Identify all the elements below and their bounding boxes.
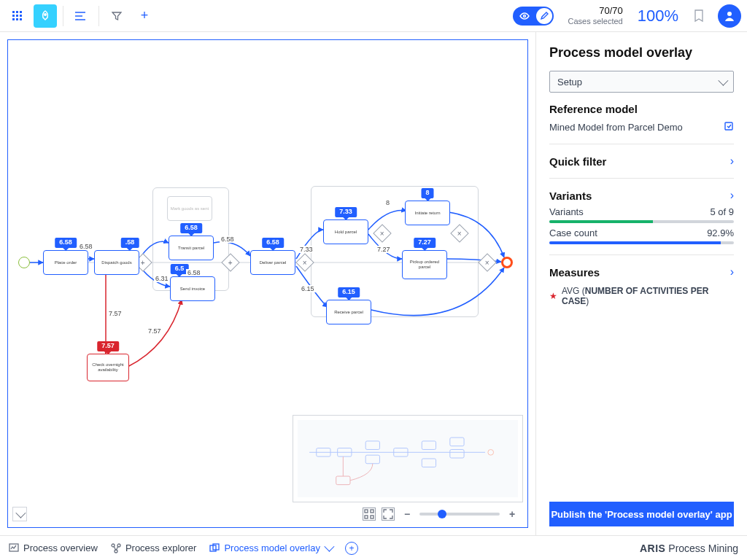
svg-rect-20 (422, 441, 436, 450)
node-deliver[interactable]: 6.58 Deliver parcel (250, 250, 295, 275)
menu-icon[interactable] (69, 4, 93, 28)
svg-rect-23 (450, 449, 464, 458)
svg-rect-29 (371, 516, 374, 518)
svg-rect-8 (20, 18, 22, 20)
zoom-slider[interactable] (419, 513, 500, 516)
svg-rect-0 (12, 11, 15, 13)
minimap[interactable] (293, 415, 523, 502)
cases-label: Cases selected (568, 17, 623, 26)
svg-rect-21 (422, 459, 436, 467)
chevron-right-icon: › (730, 265, 734, 279)
node-badge: 6.58 (55, 238, 77, 248)
cases-count: 70/70 (568, 6, 623, 16)
tab-process-explorer[interactable]: Process explorer (111, 542, 197, 553)
fit-to-screen-icon[interactable] (363, 508, 376, 521)
node-label: Send invoice (180, 287, 205, 292)
star-icon: ★ (549, 291, 557, 301)
filter-icon[interactable] (105, 4, 128, 28)
svg-point-24 (488, 449, 494, 455)
cases-selected: 70/70 Cases selected (568, 6, 623, 25)
fullscreen-icon[interactable] (382, 508, 395, 521)
measure-text: AVG (NUMBER OF ACTIVITIES PER CASE) (562, 286, 734, 306)
setup-dropdown[interactable]: Setup (549, 71, 734, 93)
zoom-controls: − + (12, 505, 523, 523)
rocket-icon[interactable] (34, 4, 57, 28)
gateway[interactable]: × (478, 253, 496, 271)
process-canvas[interactable]: + + × × × × 6.58 Place order .58 Dispatc… (7, 39, 528, 528)
svg-rect-27 (371, 510, 374, 513)
overlay-icon (209, 543, 220, 553)
svg-rect-25 (336, 476, 350, 485)
variants-row[interactable]: Variants › (549, 189, 734, 202)
node-badge: 6.15 (338, 287, 360, 298)
variants-bar (549, 220, 734, 223)
pencil-icon (536, 8, 552, 24)
explorer-icon (111, 543, 121, 553)
casecount-value: 92.9% (707, 228, 734, 238)
setup-label: Setup (557, 77, 582, 88)
node-label: Check overnight availability (89, 362, 127, 372)
view-edit-toggle[interactable] (513, 7, 554, 26)
variants-label: Variants (549, 206, 584, 217)
edge-label: 6.15 (300, 285, 316, 292)
svg-rect-5 (20, 15, 22, 17)
node-badge: 7.27 (414, 238, 436, 248)
svg-rect-6 (12, 18, 15, 20)
edge-label: 7.33 (298, 246, 314, 253)
quickfilter-title: Quick filter (549, 155, 606, 168)
quick-filter-row[interactable]: Quick filter › (549, 155, 734, 168)
node-receive[interactable]: 6.15 Receive parcel (326, 300, 371, 324)
tab-process-overlay[interactable]: Process model overlay (209, 542, 332, 553)
collapse-icon[interactable] (12, 507, 27, 521)
apps-icon[interactable] (6, 4, 29, 28)
node-send-invoice[interactable]: 6.5 Send invoice (170, 276, 215, 301)
node-transit[interactable]: 6.58 Transit parcel (169, 236, 214, 260)
publish-button[interactable]: Publish the 'Process model overlay' app (549, 502, 734, 526)
eye-icon (517, 9, 532, 23)
bookmark-icon[interactable] (689, 9, 709, 23)
tab-label: Process overview (23, 542, 98, 553)
chevron-down-icon[interactable] (325, 542, 332, 553)
node-label: Hold parcel (335, 230, 357, 235)
svg-rect-3 (12, 15, 15, 17)
cases-percent: 100% (638, 7, 678, 26)
svg-point-13 (523, 15, 525, 17)
node-badge: 8 (421, 188, 433, 198)
node-badge: 6.58 (180, 223, 202, 233)
variants-title: Variants (549, 190, 592, 202)
node-pickup[interactable]: 7.27 Pickup ordered parcel (402, 250, 447, 279)
end-event[interactable] (501, 257, 513, 268)
edge-label: 7.57 (107, 310, 123, 317)
node-initiate[interactable]: 8 Initiate return (405, 201, 450, 225)
panel-title: Process model overlay (549, 45, 734, 61)
node-label: Mark goods as sent (171, 206, 209, 211)
svg-rect-4 (16, 15, 18, 17)
edge-label: 6.31 (154, 275, 170, 282)
add-icon[interactable]: + (133, 4, 156, 28)
add-tab-button[interactable]: + (345, 542, 358, 555)
canvas-area: + + × × × × 6.58 Place order .58 Dispatc… (0, 32, 535, 535)
node-place-order[interactable]: 6.58 Place order (43, 250, 88, 275)
svg-point-9 (44, 13, 46, 15)
node-check-overnight[interactable]: 7.57 Check overnight availability (87, 354, 129, 381)
edge-label: 6.58 (186, 269, 202, 276)
measures-title: Measures (549, 266, 600, 279)
open-reference-icon[interactable] (724, 121, 734, 133)
side-panel: Process model overlay Setup Reference mo… (535, 32, 747, 535)
edge-label: 6.58 (220, 236, 236, 243)
node-mark-goods[interactable]: Mark goods as sent (167, 196, 212, 221)
user-avatar[interactable] (718, 4, 741, 28)
zoom-out-button[interactable]: − (400, 508, 414, 521)
tab-process-overview[interactable]: Process overview (9, 542, 98, 553)
measures-row[interactable]: Measures › (549, 265, 734, 279)
start-event[interactable] (18, 257, 30, 268)
reference-title: Reference model (549, 103, 734, 115)
node-hold[interactable]: 7.33 Hold parcel (323, 219, 368, 244)
node-dispatch[interactable]: .58 Dispatch goods (94, 250, 139, 275)
casecount-label: Case count (549, 228, 597, 238)
svg-rect-2 (20, 11, 22, 13)
zoom-in-button[interactable]: + (506, 508, 519, 521)
svg-rect-18 (365, 455, 379, 464)
variants-value: 5 of 9 (710, 206, 734, 217)
svg-rect-17 (365, 441, 379, 450)
